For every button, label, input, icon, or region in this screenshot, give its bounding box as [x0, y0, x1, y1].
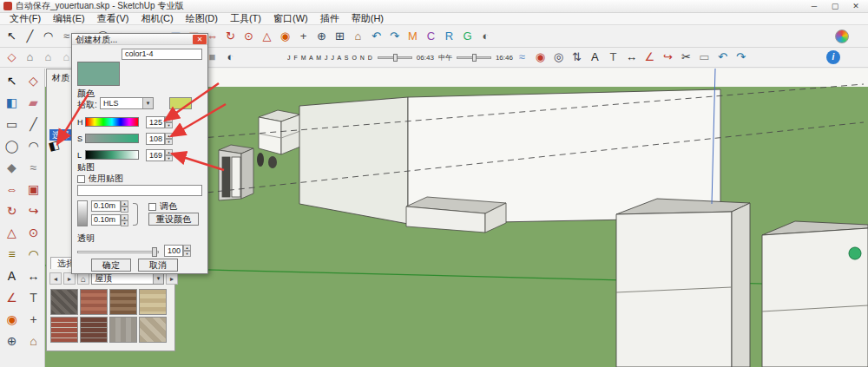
- menu-item[interactable]: 工具(T): [224, 12, 267, 25]
- time-slider[interactable]: [457, 56, 491, 59]
- lt-zoom-icon[interactable]: ⊕: [1, 331, 23, 352]
- color-wheel-icon[interactable]: [835, 29, 849, 43]
- menu-item[interactable]: 窗口(W): [267, 12, 314, 25]
- green-marker[interactable]: [849, 247, 861, 259]
- 3d-text-icon[interactable]: T: [604, 49, 622, 66]
- lt-protractor-icon[interactable]: ◠: [23, 244, 44, 265]
- gradient-slider[interactable]: [85, 117, 139, 127]
- rotate-tool-icon[interactable]: ↻: [221, 28, 240, 45]
- reset-color-button[interactable]: 重设颜色: [148, 213, 199, 226]
- cancel-button[interactable]: 取消: [138, 259, 178, 272]
- lt-pan-icon[interactable]: +: [23, 309, 44, 331]
- spin-down-icon[interactable]: [121, 206, 128, 213]
- value-spinner[interactable]: 108: [146, 133, 173, 145]
- thumb-spanish-tile[interactable]: [80, 289, 108, 315]
- arc-tool-icon[interactable]: ◠: [39, 28, 57, 45]
- line-tool-icon[interactable]: ╱: [21, 28, 39, 45]
- lt-polygon-icon[interactable]: ◆: [1, 157, 23, 179]
- plugin-m-icon[interactable]: M: [404, 28, 422, 45]
- lt-freehand-icon[interactable]: ≈: [23, 157, 44, 179]
- spin-up-icon[interactable]: [183, 245, 191, 251]
- texture-width-value[interactable]: 0.10m: [91, 200, 121, 212]
- material-category-dropdown[interactable]: 屋顶: [91, 272, 164, 285]
- link-dimensions-icon[interactable]: [133, 203, 138, 226]
- ok-button[interactable]: 确定: [91, 259, 131, 272]
- spinner-value[interactable]: 125: [146, 116, 165, 128]
- spin-up-icon[interactable]: [121, 214, 128, 220]
- plugin-r-icon[interactable]: R: [440, 28, 458, 45]
- texture-width-field[interactable]: 0.10m: [91, 200, 128, 212]
- spin-up-icon[interactable]: [165, 149, 173, 155]
- zoom-tool-icon[interactable]: ⊕: [312, 28, 331, 45]
- thumb-dark-brick[interactable]: [80, 317, 108, 343]
- styles-icon[interactable]: ◐: [477, 28, 495, 45]
- thumb-asphalt-shingles[interactable]: [50, 289, 78, 315]
- lt-3d-text-icon[interactable]: T: [23, 287, 44, 309]
- dimension-tool-icon[interactable]: ↔: [622, 49, 641, 66]
- spinner-value[interactable]: 108: [146, 133, 165, 145]
- date-slider[interactable]: [378, 56, 412, 59]
- date-slider-thumb[interactable]: [393, 54, 398, 62]
- spin-down-icon[interactable]: [183, 251, 191, 257]
- lt-zoom-extents-icon[interactable]: ⌂: [23, 331, 44, 352]
- close-button[interactable]: ✕: [847, 0, 865, 12]
- lt-text-icon[interactable]: A: [1, 265, 23, 287]
- lt-line-icon[interactable]: ╱: [23, 114, 44, 135]
- thumb-gray-stone[interactable]: [109, 317, 137, 343]
- figure-2[interactable]: [268, 156, 277, 168]
- material-name-input[interactable]: color1-4: [122, 49, 202, 60]
- opacity-spinner[interactable]: 100: [164, 245, 191, 257]
- menu-item[interactable]: 绘图(D): [180, 12, 224, 25]
- menu-item[interactable]: 相机(C): [135, 12, 179, 25]
- spin-up-icon[interactable]: [165, 133, 173, 139]
- next-view-icon[interactable]: ↷: [385, 28, 404, 45]
- lt-make-component-icon[interactable]: ◇: [23, 70, 44, 92]
- thumb-beige-stone[interactable]: [139, 317, 167, 343]
- shadow-date-slider[interactable]: J F M A M J J A S O N D: [287, 55, 373, 61]
- follow-me-icon[interactable]: ↪: [659, 49, 677, 66]
- colorize-checkbox[interactable]: [148, 203, 156, 211]
- opacity-slider-thumb[interactable]: [152, 247, 157, 257]
- texture-path-input[interactable]: [77, 185, 202, 196]
- undo-icon[interactable]: ↶: [713, 49, 732, 66]
- back-arrow-icon[interactable]: [49, 272, 62, 285]
- opacity-slider[interactable]: [77, 247, 159, 257]
- pan-tool-icon[interactable]: +: [294, 28, 312, 45]
- menu-item[interactable]: 查看(V): [91, 12, 135, 25]
- lt-arc-icon[interactable]: ◠: [23, 135, 44, 157]
- lt-push-pull-icon[interactable]: ▣: [23, 179, 44, 200]
- scissors-icon[interactable]: ✂: [677, 49, 695, 66]
- spinner-value[interactable]: 169: [146, 149, 165, 161]
- lt-rotate-icon[interactable]: ↻: [1, 200, 23, 222]
- make-component-icon[interactable]: ◇: [3, 49, 21, 66]
- maximize-button[interactable]: ▢: [826, 0, 844, 12]
- menu-item[interactable]: 帮助(H): [345, 12, 390, 25]
- house-view-icon[interactable]: ⌂: [39, 49, 57, 66]
- menu-item[interactable]: 编辑(E): [47, 12, 91, 25]
- scale-tool-icon[interactable]: △: [258, 28, 276, 45]
- lt-offset-icon[interactable]: ⊙: [23, 222, 44, 244]
- previous-view-icon[interactable]: ↶: [367, 28, 385, 45]
- right-box-b[interactable]: [762, 221, 868, 367]
- orbit-tool-icon[interactable]: ◉: [276, 28, 294, 45]
- lt-dimension-icon[interactable]: ↔: [23, 265, 44, 287]
- thumb-brown-tile[interactable]: [109, 289, 137, 315]
- plugin-g-icon[interactable]: G: [458, 28, 477, 45]
- axes-tool-icon[interactable]: ∠: [641, 49, 659, 66]
- info-icon[interactable]: i: [826, 50, 840, 64]
- look-around-icon[interactable]: ◎: [549, 49, 568, 66]
- shed-building[interactable]: [219, 145, 253, 200]
- position-camera-icon[interactable]: ◉: [531, 49, 549, 66]
- menu-item[interactable]: 插件: [314, 12, 345, 25]
- shadow-toggle-icon[interactable]: ◐: [221, 49, 240, 66]
- opacity-value[interactable]: 100: [164, 245, 183, 257]
- lt-select-icon[interactable]: ↖: [1, 70, 23, 92]
- menu-item[interactable]: 文件(F): [3, 12, 47, 25]
- zoom-extents-icon[interactable]: ⌂: [349, 28, 367, 45]
- thumb-tan-shingles[interactable]: [139, 289, 167, 315]
- spin-up-icon[interactable]: [165, 116, 173, 122]
- spin-down-icon[interactable]: [165, 155, 173, 161]
- spin-down-icon[interactable]: [121, 220, 128, 226]
- value-spinner[interactable]: 125: [146, 116, 173, 128]
- lt-follow-me-icon[interactable]: ↪: [23, 200, 44, 222]
